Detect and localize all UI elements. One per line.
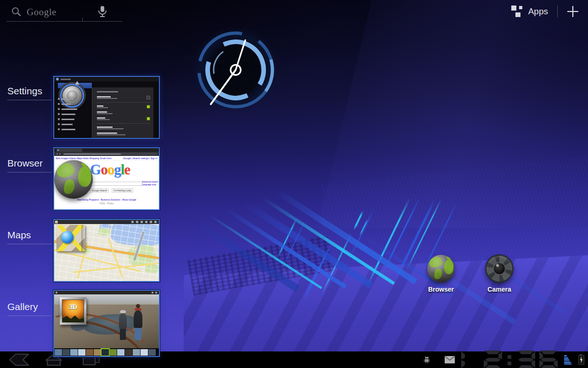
label-underline: [7, 244, 51, 244]
recent-thumbnail-gallery[interactable]: 3D: [53, 290, 160, 357]
status-clock: [461, 351, 558, 368]
shortcut-browser[interactable]: Browser: [418, 255, 464, 293]
google-search-button: Google Search: [90, 188, 109, 193]
plus-icon: [567, 6, 578, 17]
gallery-icon-mountains: [62, 314, 84, 322]
shortcut-camera[interactable]: Camera: [476, 255, 522, 293]
logo-letter: o: [101, 161, 107, 178]
filmstrip-thumb: [55, 349, 62, 356]
shortcut-label-browser: Browser: [418, 286, 464, 293]
filmstrip-thumb: [78, 349, 85, 356]
maps-mini-icon: [55, 221, 58, 224]
filmstrip-thumb: [125, 349, 132, 356]
settings-menu-item: [58, 98, 90, 100]
google-logo: Google: [90, 161, 130, 178]
add-widget-button[interactable]: [565, 4, 581, 19]
gallery-app-icon: 3D: [60, 297, 86, 325]
topbar-right: Apps: [509, 4, 581, 19]
analog-clock-widget[interactable]: [192, 25, 280, 116]
usb-debug-android-icon: [423, 356, 431, 364]
gallery-toolbar: [54, 291, 159, 294]
battery-charging-icon: [578, 355, 584, 365]
logo-letter: g: [114, 161, 121, 178]
label-underline: [7, 172, 51, 172]
settings-option-row: [97, 105, 151, 109]
logo-letter: o: [107, 161, 114, 178]
checkbox-icon: [147, 105, 150, 108]
google-top-links: Web Images Videos Maps News Shopping Gma…: [56, 157, 112, 160]
lightning-bolt-icon: [579, 356, 583, 363]
maps-tool-icon: [131, 221, 134, 223]
filmstrip-thumb: [102, 349, 109, 356]
forward-arrow-icon: [59, 153, 61, 155]
recent-thumbnail-settings[interactable]: [53, 76, 160, 139]
filmstrip-thumb: [94, 349, 101, 356]
apps-label: Apps: [528, 6, 548, 17]
photo-person: [134, 304, 142, 340]
microphone-icon: [97, 6, 108, 18]
google-logo-text: Google: [27, 6, 57, 18]
shortcut-label-camera: Camera: [476, 286, 522, 293]
maps-pin-sphere: [61, 231, 74, 243]
filmstrip-thumb: [62, 349, 70, 356]
filmstrip-thumb: [133, 349, 140, 356]
camera-lens: [494, 263, 505, 274]
apps-grid-icon: [511, 6, 523, 17]
settings-thumb-titlebar: [54, 77, 159, 81]
honeycomb-home-screen: Google Apps: [0, 0, 588, 368]
checkbox-icon: [147, 117, 150, 120]
settings-option-row: [97, 126, 151, 130]
checkbox-icon: [147, 96, 150, 99]
settings-left-list: [58, 98, 90, 130]
signal-strength-icon: [564, 355, 572, 365]
recent-label-maps: Maps: [7, 230, 51, 244]
gallery-filmstrip: [54, 348, 159, 356]
recent-thumbnail-browser[interactable]: Web Images Videos Maps News Shopping Gma…: [53, 147, 160, 210]
settings-option-row: [97, 96, 151, 103]
filmstrip-thumb: [141, 349, 148, 356]
recent-label-settings: Settings: [7, 86, 51, 100]
filmstrip-thumb: [70, 349, 78, 356]
settings-option-row: [97, 132, 151, 136]
email-notification-icon: [445, 356, 455, 363]
browser-app-icon: [54, 160, 93, 199]
settings-option-row: [97, 117, 151, 124]
apps-button[interactable]: Apps: [509, 4, 550, 19]
settings-menu-item: [58, 103, 90, 105]
menu-icon: [155, 292, 157, 293]
camera-aperture-icon: [486, 255, 513, 282]
maps-toolbar: [54, 220, 159, 224]
share-icon: [152, 292, 153, 293]
status-area[interactable]: [423, 351, 585, 368]
back-arrow-icon: [56, 153, 58, 155]
recent-thumbnail-maps[interactable]: [53, 219, 160, 282]
settings-menu-item: [58, 108, 90, 110]
logo-letter: e: [124, 161, 130, 178]
filmstrip-thumb: [86, 349, 93, 356]
back-button[interactable]: [8, 353, 29, 367]
settings-menu-item: [58, 128, 90, 130]
browser-tab-bar: [54, 148, 159, 152]
browser-url-bar: [54, 152, 159, 156]
search-icon: [11, 6, 22, 17]
settings-menu-item: [58, 113, 90, 115]
voice-search-button[interactable]: [83, 3, 122, 22]
recent-label-gallery: Gallery: [7, 301, 51, 316]
label-underline: [7, 100, 51, 100]
settings-right-panel: [92, 87, 153, 139]
google-search-widget: Google: [6, 3, 122, 22]
settings-thumb-body: [54, 81, 159, 138]
search-input[interactable]: Google: [6, 3, 83, 22]
gallery-icon-3d-text: 3D: [62, 303, 84, 311]
filmstrip-thumb: [109, 349, 117, 356]
feeling-lucky-button: I'm Feeling Lucky: [112, 188, 133, 193]
google-account-links: iGoogle | Search settings | Sign in: [123, 157, 158, 160]
photo-person: [119, 310, 127, 340]
settings-menu-item: [58, 123, 90, 125]
gallery-mini-icon: [56, 292, 57, 293]
filmstrip-thumb: [117, 349, 124, 356]
google-copyright: ©2011 - Privacy: [54, 202, 159, 205]
label-underline: [7, 316, 51, 316]
settings-menu-item: [58, 118, 90, 120]
settings-option-row: [97, 138, 151, 139]
